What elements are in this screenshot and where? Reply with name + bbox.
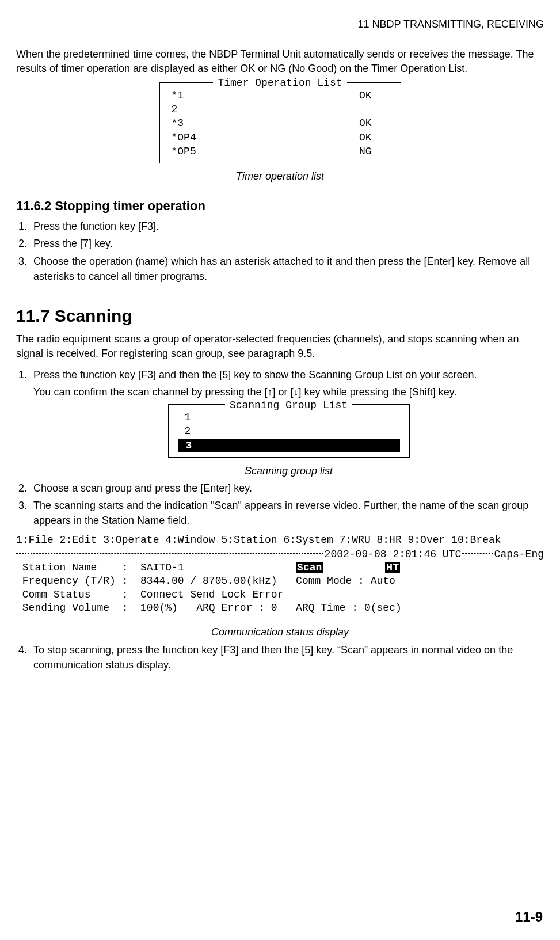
steps-11-6-2: Press the function key [F3]. Press the […: [16, 219, 544, 283]
scanning-intro: The radio equipment scans a group of ope…: [16, 332, 544, 360]
step: Press the function key [F3].: [30, 219, 544, 234]
status-divider: [16, 618, 544, 618]
timer-row: 2: [172, 102, 389, 116]
scan-indicator: Scan: [296, 562, 323, 573]
step: Press the [7] key.: [30, 236, 544, 251]
scan-item-selected: 3: [178, 439, 400, 452]
timer-row: *OP4OK: [172, 131, 389, 144]
intro-paragraph: When the predetermined time comes, the N…: [16, 47, 544, 75]
status-station-name: Station Name : SAITO-1 Scan HT: [16, 561, 544, 574]
timer-row: *OP5NG: [172, 144, 389, 158]
scan-item: 2: [177, 424, 401, 438]
timer-operation-list-box: Timer Operation List *1OK 2 *3OK *OP4OK …: [159, 82, 401, 163]
status-timestamp-row: 2002-09-08 2:01:46 UTC Caps-Eng: [16, 547, 544, 561]
status-timestamp: 2002-09-08 2:01:46 UTC: [325, 547, 462, 561]
steps-11-7: Press the function key [F3] and then the…: [16, 367, 544, 528]
timer-list-caption: Timer operation list: [16, 169, 544, 183]
scan-list-title: Scanning Group List: [225, 399, 352, 411]
status-sending-volume: Sending Volume : 100(%) ARQ Error : 0 AR…: [16, 602, 544, 615]
step: Choose the operation (name) which has an…: [30, 254, 544, 284]
communication-status-display: 1:File 2:Edit 3:Operate 4:Window 5:Stati…: [16, 534, 544, 618]
scan-list-caption: Scanning group list: [33, 463, 544, 478]
page-header: 11 NBDP TRANSMITTING, RECEIVING: [16, 17, 544, 31]
scanning-group-list-box: Scanning Group List 1 2 3: [168, 404, 410, 458]
step: Choose a scan group and press the [Enter…: [30, 481, 544, 496]
ht-indicator: HT: [385, 562, 400, 573]
timer-list-title: Timer Operation List: [213, 77, 346, 89]
status-caption: Communication status display: [16, 625, 544, 639]
step: Press the function key [F3] and then the…: [30, 367, 544, 478]
status-frequency: Frequency (T/R) : 8344.00 / 8705.00(kHz)…: [16, 574, 544, 588]
status-caps: Caps-Eng: [494, 547, 544, 561]
heading-11-7: 11.7 Scanning: [16, 305, 544, 328]
timer-row: *3OK: [172, 116, 389, 130]
page-number: 11-9: [515, 908, 543, 926]
timer-row: *1OK: [172, 89, 389, 102]
step-text: Press the function key [F3] and then the…: [33, 369, 477, 380]
status-comm-status: Comm Status : Connect Send Lock Error: [16, 588, 544, 602]
status-menu-bar: 1:File 2:Edit 3:Operate 4:Window 5:Stati…: [16, 534, 544, 547]
step: The scanning starts and the indication "…: [30, 498, 544, 528]
step: To stop scanning, press the function key…: [30, 642, 544, 672]
steps-11-7-cont: To stop scanning, press the function key…: [16, 642, 544, 672]
heading-11-6-2: 11.6.2 Stopping timer operation: [16, 197, 544, 215]
